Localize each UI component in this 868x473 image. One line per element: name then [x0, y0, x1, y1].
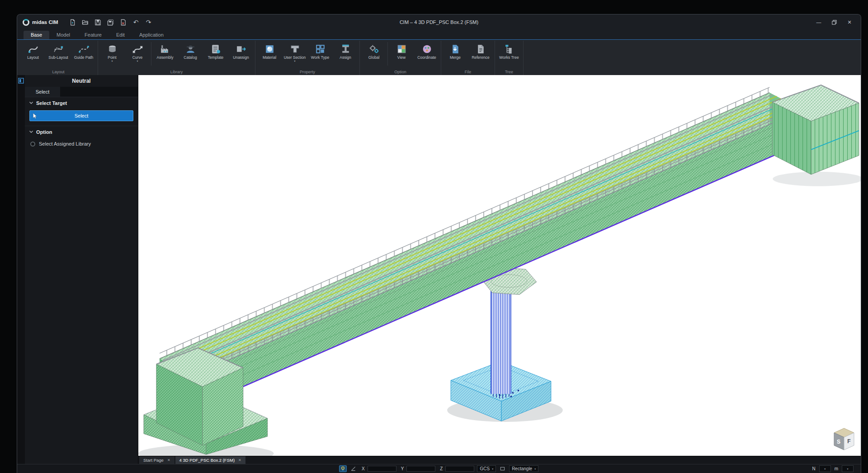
select-button[interactable]: Select [29, 110, 133, 121]
coord-x-input[interactable] [368, 466, 396, 472]
snap-point-icon [340, 466, 345, 471]
coord-z-input[interactable] [445, 466, 474, 472]
ribbon-button-assembly[interactable]: Assembly [152, 41, 178, 68]
ribbon-group-items: Material User Section ▾ Work Type [257, 41, 358, 68]
tab-base[interactable]: Base [24, 31, 49, 39]
chevron-down-icon: ▾ [137, 60, 138, 62]
ribbon-button-guide-path[interactable]: Guide Path [71, 41, 96, 68]
ribbon-button-catalog[interactable]: Catalog [178, 41, 203, 68]
ribbon-button-works-tree[interactable]: Works Tree [496, 41, 522, 68]
shape-mode-button[interactable] [499, 465, 506, 472]
new-document-icon [69, 19, 76, 26]
close-tab-icon[interactable]: ✕ [167, 458, 170, 462]
select-assigned-library-toggle[interactable] [30, 142, 35, 147]
unit-force-dropdown[interactable]: ▾ [819, 465, 831, 472]
ribbon-button-label: Point [108, 55, 116, 60]
tab-feature[interactable]: Feature [77, 31, 109, 39]
ribbon-button-material[interactable]: Material [257, 41, 282, 68]
coord-y-input[interactable] [406, 466, 435, 472]
ribbon-button-label: Works Tree [499, 55, 519, 60]
ribbon-button-sub-layout[interactable]: Sub-Layout [46, 41, 71, 68]
ribbon-group-label: Option [361, 68, 439, 75]
close-button[interactable]: ✕ [842, 16, 857, 28]
coordinate-icon [421, 43, 433, 55]
unit-length-label: m [835, 466, 838, 471]
ribbon-button-label: Merge [450, 55, 461, 60]
section-option[interactable]: Option [25, 126, 138, 137]
doc-tab-label: Start Page [143, 458, 164, 463]
doc-tab-start-page[interactable]: Start Page ✕ [139, 456, 175, 464]
select-assigned-library-row: Select Assigned Library [25, 137, 138, 150]
open-folder-button[interactable] [80, 17, 91, 27]
ribbon-button-label: Assembly [157, 55, 174, 60]
tab-model[interactable]: Model [49, 31, 77, 39]
new-document-button[interactable] [67, 17, 78, 27]
ribbon-button-label: Curve [132, 55, 143, 60]
rectangle-shape-icon [500, 466, 505, 471]
save-button[interactable] [93, 17, 104, 27]
close-tab-icon[interactable]: ✕ [238, 458, 241, 462]
ribbon-button-coordinate[interactable]: Coordinate [414, 41, 439, 68]
viewport-3d[interactable]: S F [138, 75, 861, 456]
ribbon-button-reference[interactable]: Reference [468, 41, 493, 68]
ribbon-button-point[interactable]: Point ▾ [99, 41, 125, 68]
ribbon-separator [151, 42, 151, 66]
ribbon-button-merge[interactable]: Merge [443, 41, 468, 68]
minimize-button[interactable]: — [811, 16, 826, 28]
ribbon-button-view[interactable]: View [389, 41, 414, 68]
ribbon-button-label: Layout [27, 55, 39, 60]
viewport-3d-canvas[interactable] [138, 75, 861, 456]
close-document-button[interactable] [118, 17, 129, 27]
section-select-target[interactable]: Select Target [25, 97, 138, 109]
ribbon-group-items: Point ▾ Curve ▾ Assembly [99, 41, 254, 68]
tab-edit[interactable]: Edit [109, 31, 132, 39]
snap-angle-icon [351, 466, 356, 471]
undo-button[interactable]: ↶ [131, 17, 142, 27]
status-units-group: N ▾ m ▾ [812, 465, 854, 472]
ribbon-button-assign[interactable]: Assign [333, 41, 358, 68]
ribbon-button-global[interactable]: Global [361, 41, 387, 68]
ribbon-button-label: Global [368, 55, 380, 60]
ribbon-button-user-section[interactable]: User Section ▾ [282, 41, 307, 68]
save-all-icon [107, 19, 114, 26]
snap-point-button[interactable] [339, 465, 347, 472]
status-bar: X Y Z GCS ▾ Rectangle ▾ N ▾ [17, 464, 861, 473]
assign-icon [340, 43, 351, 55]
ribbon-button-curve[interactable]: Curve ▾ [125, 41, 150, 68]
cursor-arrow-icon [33, 113, 37, 119]
ribbon-button-work-type[interactable]: Work Type [307, 41, 333, 68]
global-gears-icon [368, 43, 380, 55]
ribbon-button-template[interactable]: Template [203, 41, 228, 68]
ribbon-button-label: Catalog [184, 55, 197, 60]
panel-title: Neutral [25, 75, 138, 87]
unit-length-dropdown[interactable]: ▾ [842, 465, 854, 472]
navigation-cube[interactable]: S F [834, 428, 854, 451]
nav-cube-left-label: S [837, 439, 840, 445]
doc-tab-model[interactable]: 4 3D PDF_PSC Box.2 (FSM) ✕ [175, 456, 245, 464]
menu-tab-bar: Base Model Feature Edit Application [17, 30, 861, 40]
save-all-button[interactable] [105, 17, 116, 27]
panel-dock-icon[interactable] [18, 78, 24, 84]
shape-mode-dropdown[interactable]: Rectangle ▾ [509, 465, 538, 472]
tab-select[interactable]: Select [25, 87, 60, 97]
ribbon-button-label: View [397, 55, 406, 60]
chevron-down-icon: ▾ [111, 60, 113, 62]
ribbon-group-label: File [443, 68, 493, 75]
section-title: Select Target [36, 100, 67, 106]
window-controls: — ✕ [811, 16, 857, 28]
chevron-down-icon: ▾ [294, 60, 295, 62]
tab-application[interactable]: Application [132, 31, 171, 39]
restore-button[interactable] [826, 16, 842, 28]
ribbon-button-label: Assign [340, 55, 351, 60]
snap-angle-button[interactable] [349, 465, 357, 472]
ribbon-group-layout: Layout Sub-Layout Guide Path Layout [19, 41, 98, 75]
redo-button[interactable]: ↷ [143, 17, 154, 27]
ribbon-button-unassign[interactable]: Unassign [228, 41, 254, 68]
ribbon-button-label: Guide Path [74, 55, 94, 60]
ribbon-group-label: Layout [20, 68, 96, 75]
coordinate-system-dropdown[interactable]: GCS ▾ [477, 465, 496, 472]
document-tab-bar: Start Page ✕ 4 3D PDF_PSC Box.2 (FSM) ✕ [138, 456, 861, 464]
ribbon-button-layout[interactable]: Layout [20, 41, 46, 68]
section-title: Option [36, 129, 52, 135]
status-coordinate-group: X Y Z GCS ▾ Rectangle ▾ [339, 465, 538, 472]
